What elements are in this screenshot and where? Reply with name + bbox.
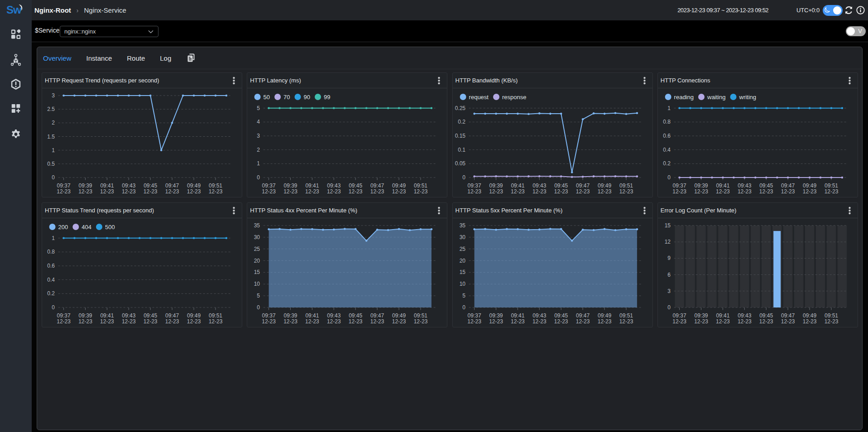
svg-text:09:37: 09:37 [262,312,276,318]
svg-text:12-23: 12-23 [803,318,817,325]
svg-text:12-23: 12-23 [100,318,114,325]
svg-text:9: 9 [667,255,671,261]
svg-text:09:43: 09:43 [122,312,135,318]
svg-text:09:41: 09:41 [100,182,114,189]
svg-text:0.2: 0.2 [47,290,55,297]
svg-text:09:43: 09:43 [738,182,751,189]
svg-text:12-23: 12-23 [122,188,136,195]
svg-text:12-23: 12-23 [532,188,546,195]
svg-text:2.5: 2.5 [47,106,55,112]
svg-text:35: 35 [459,222,465,229]
svg-text:12-23: 12-23 [165,188,179,195]
svg-text:12-23: 12-23 [672,188,686,195]
svg-text:12-23: 12-23 [803,188,817,195]
svg-text:12-23: 12-23 [57,318,71,325]
svg-text:09:41: 09:41 [100,312,114,318]
svg-text:09:39: 09:39 [284,312,297,318]
svg-text:0.4: 0.4 [663,147,671,153]
svg-text:12-23: 12-23 [781,188,795,195]
svg-text:12-23: 12-23 [824,318,838,325]
svg-text:09:45: 09:45 [144,312,157,318]
svg-text:12-23: 12-23 [209,188,223,195]
svg-text:12-23: 12-23 [392,188,406,195]
svg-text:09:43: 09:43 [327,182,341,189]
svg-text:09:45: 09:45 [349,182,362,189]
svg-text:3: 3 [257,133,260,139]
svg-text:12-23: 12-23 [144,188,158,195]
svg-text:1.5: 1.5 [47,134,55,140]
svg-text:09:45: 09:45 [554,312,568,318]
svg-text:2: 2 [257,147,260,153]
svg-text:30: 30 [459,234,465,240]
svg-text:09:51: 09:51 [414,312,427,318]
svg-text:request: request [469,94,489,101]
svg-text:12-23: 12-23 [489,318,503,325]
svg-text:0.4: 0.4 [47,276,55,283]
svg-text:12-23: 12-23 [759,318,773,325]
svg-text:09:43: 09:43 [122,182,135,189]
svg-text:0.1: 0.1 [458,147,465,153]
svg-text:12: 12 [664,239,671,245]
svg-text:09:39: 09:39 [284,182,297,189]
svg-text:09:45: 09:45 [759,312,773,318]
svg-text:12-23: 12-23 [283,188,297,195]
svg-text:09:45: 09:45 [144,182,157,189]
svg-text:0: 0 [52,304,55,311]
svg-text:12-23: 12-23 [781,318,795,325]
svg-text:09:37: 09:37 [57,312,71,318]
svg-text:12-23: 12-23 [370,318,384,325]
svg-text:12-23: 12-23 [716,318,730,325]
svg-text:3: 3 [52,92,55,99]
svg-text:12-23: 12-23 [209,318,223,325]
svg-text:0: 0 [462,174,465,181]
svg-text:09:39: 09:39 [78,182,92,189]
svg-text:12-23: 12-23 [165,318,179,325]
svg-text:0.8: 0.8 [47,249,55,255]
svg-text:5: 5 [257,293,260,299]
svg-text:09:39: 09:39 [78,312,92,318]
svg-text:12-23: 12-23 [262,318,276,325]
svg-text:09:51: 09:51 [619,312,633,318]
svg-text:0: 0 [667,174,671,181]
svg-text:09:37: 09:37 [467,312,481,318]
svg-text:30: 30 [254,234,260,240]
svg-text:25: 25 [459,245,465,252]
svg-text:09:49: 09:49 [392,182,406,189]
svg-text:writing: writing [739,94,756,101]
svg-text:1: 1 [52,235,55,241]
svg-text:09:39: 09:39 [694,182,708,189]
svg-text:09:45: 09:45 [759,182,773,189]
svg-text:12-23: 12-23 [532,318,546,325]
svg-text:09:45: 09:45 [349,312,362,318]
svg-text:12-23: 12-23 [575,188,590,195]
svg-text:1: 1 [257,160,260,167]
svg-text:10: 10 [459,281,465,287]
svg-text:12-23: 12-23 [283,318,297,325]
svg-text:09:43: 09:43 [532,312,546,318]
svg-text:4: 4 [257,119,260,125]
svg-text:09:49: 09:49 [803,312,816,318]
svg-text:0: 0 [257,174,260,181]
svg-text:12-23: 12-23 [414,318,428,325]
svg-text:09:49: 09:49 [187,312,201,318]
svg-text:12-23: 12-23 [597,188,611,195]
svg-text:09:51: 09:51 [209,312,222,318]
svg-text:response: response [502,94,526,101]
svg-text:12-23: 12-23 [414,188,428,195]
svg-text:0: 0 [462,304,465,311]
svg-text:12-23: 12-23 [738,188,752,195]
svg-text:12-23: 12-23 [554,188,568,195]
svg-text:0.25: 0.25 [455,105,465,111]
svg-text:12-23: 12-23 [349,318,363,325]
svg-text:09:47: 09:47 [576,312,590,318]
svg-text:12-23: 12-23 [327,188,341,195]
svg-text:09:47: 09:47 [781,182,795,189]
svg-text:09:49: 09:49 [598,182,611,189]
svg-text:35: 35 [254,222,260,229]
svg-text:09:43: 09:43 [327,312,341,318]
svg-text:90: 90 [304,94,310,101]
svg-text:12-23: 12-23 [392,318,406,325]
svg-text:12-23: 12-23 [349,188,363,195]
svg-text:6: 6 [667,271,671,278]
svg-text:09:37: 09:37 [57,182,71,189]
